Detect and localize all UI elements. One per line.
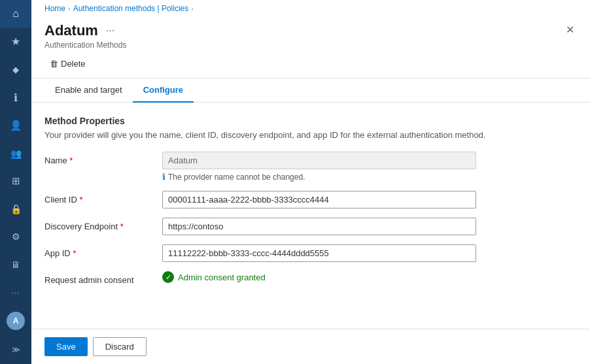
breadcrumb: Home › Authentication methods | Policies… bbox=[31, 0, 590, 17]
section-description: Your provider will give you the name, cl… bbox=[44, 130, 577, 140]
avatar[interactable]: A bbox=[7, 312, 25, 330]
form-row-name: Name * ℹ The provider name cannot be cha… bbox=[44, 152, 577, 182]
label-client-id: Client ID * bbox=[44, 191, 149, 205]
label-name: Name * bbox=[44, 152, 149, 165]
label-admin-consent: Request admin consent bbox=[44, 271, 149, 285]
sidebar-icon-grid[interactable]: ⊞ bbox=[0, 167, 31, 195]
sidebar-icon-person[interactable]: 👤 bbox=[0, 112, 31, 140]
section-title: Method Properties bbox=[44, 116, 577, 126]
consent-row: ✓ Admin consent granted bbox=[162, 271, 476, 283]
required-mark-name: * bbox=[69, 156, 73, 165]
name-info-text: The provider name cannot be changed. bbox=[168, 173, 305, 182]
close-button[interactable]: ✕ bbox=[563, 22, 577, 38]
tab-enable-target[interactable]: Enable and target bbox=[44, 78, 133, 103]
content: Method Properties Your provider will giv… bbox=[31, 103, 590, 329]
breadcrumb-home[interactable]: Home bbox=[44, 4, 65, 13]
consent-check-icon: ✓ bbox=[162, 271, 174, 283]
main-panel: Home › Authentication methods | Policies… bbox=[31, 0, 590, 364]
input-name[interactable] bbox=[162, 152, 476, 169]
breadcrumb-auth-methods[interactable]: Authentication methods | Policies bbox=[73, 4, 189, 13]
panel-title-text: Adatum bbox=[44, 22, 98, 39]
sidebar-icon-star[interactable]: ★ bbox=[0, 28, 31, 56]
footer: Save Discard bbox=[31, 329, 590, 364]
label-app-id-text: App ID bbox=[44, 248, 71, 258]
field-client-id bbox=[162, 191, 476, 208]
required-mark-app-id: * bbox=[73, 248, 76, 258]
panel-title: Adatum ··· bbox=[44, 22, 126, 39]
field-admin-consent: ✓ Admin consent granted bbox=[162, 271, 476, 283]
delete-label: Delete bbox=[61, 59, 86, 69]
sidebar-icon-lock[interactable]: 🔒 bbox=[0, 195, 31, 223]
field-discovery-endpoint bbox=[162, 218, 476, 235]
sidebar-icon-diamond[interactable]: ◆ bbox=[0, 56, 31, 84]
info-circle-icon: ℹ bbox=[162, 172, 165, 182]
breadcrumb-sep-1: › bbox=[68, 5, 71, 12]
field-name: ℹ The provider name cannot be changed. bbox=[162, 152, 476, 182]
form-row-discovery-endpoint: Discovery Endpoint * bbox=[44, 218, 577, 235]
input-app-id[interactable] bbox=[162, 244, 476, 262]
label-client-id-text: Client ID bbox=[44, 195, 77, 205]
field-app-id bbox=[162, 244, 476, 262]
sidebar-icon-group[interactable]: 👥 bbox=[0, 139, 31, 167]
delete-button[interactable]: 🗑 Delete bbox=[44, 56, 91, 71]
form-row-client-id: Client ID * bbox=[44, 191, 577, 208]
trash-icon: 🗑 bbox=[50, 59, 58, 69]
sidebar-icon-expand[interactable]: ≫ bbox=[0, 335, 31, 364]
form-row-app-id: App ID * bbox=[44, 244, 577, 262]
label-name-text: Name bbox=[44, 156, 67, 165]
sidebar-icon-devices[interactable]: 🖥 bbox=[0, 251, 31, 279]
save-button[interactable]: Save bbox=[44, 337, 88, 356]
sidebar-icon-info[interactable]: ℹ bbox=[0, 84, 31, 112]
breadcrumb-sep-2: › bbox=[191, 5, 194, 12]
required-mark-client-id: * bbox=[79, 195, 82, 205]
label-discovery-endpoint-text: Discovery Endpoint bbox=[44, 222, 118, 231]
input-discovery-endpoint[interactable] bbox=[162, 218, 476, 235]
panel-title-section: Adatum ··· Authentication Methods bbox=[44, 22, 126, 50]
panel-header: Adatum ··· Authentication Methods ✕ bbox=[31, 17, 590, 50]
tab-configure[interactable]: Configure bbox=[133, 78, 194, 103]
label-app-id: App ID * bbox=[44, 244, 149, 258]
consent-label-text: Admin consent granted bbox=[178, 273, 266, 282]
panel-subtitle: Authentication Methods bbox=[44, 41, 126, 50]
sidebar-icon-home[interactable]: ⌂ bbox=[0, 0, 31, 28]
toolbar: 🗑 Delete bbox=[31, 50, 590, 78]
ellipsis-button[interactable]: ··· bbox=[103, 24, 117, 38]
required-mark-discovery: * bbox=[120, 222, 124, 231]
name-info-msg: ℹ The provider name cannot be changed. bbox=[162, 172, 476, 182]
sidebar: ⌂ ★ ◆ ℹ 👤 👥 ⊞ 🔒 ⚙ 🖥 ··· A ≫ bbox=[0, 0, 31, 364]
input-client-id[interactable] bbox=[162, 191, 476, 208]
sidebar-icon-more[interactable]: ··· bbox=[0, 278, 31, 306]
sidebar-icon-settings[interactable]: ⚙ bbox=[0, 223, 31, 251]
sidebar-bottom: A ≫ bbox=[0, 306, 31, 364]
tabs: Enable and target Configure bbox=[31, 78, 590, 103]
label-admin-consent-text: Request admin consent bbox=[44, 275, 134, 285]
label-discovery-endpoint: Discovery Endpoint * bbox=[44, 218, 149, 231]
form-row-admin-consent: Request admin consent ✓ Admin consent gr… bbox=[44, 271, 577, 285]
discard-button[interactable]: Discard bbox=[93, 337, 147, 356]
